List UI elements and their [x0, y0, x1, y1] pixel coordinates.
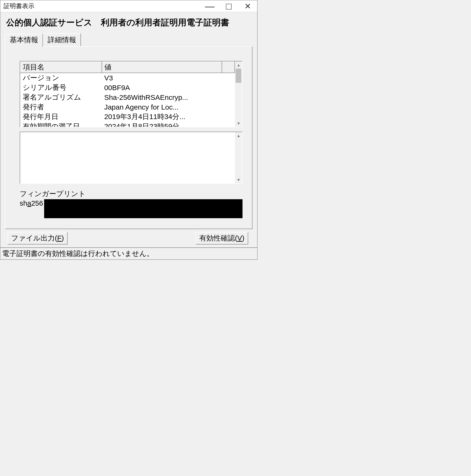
table-row[interactable]: バージョンV3: [20, 73, 235, 83]
content: 公的個人認証サービス 利用者の利用者証明用電子証明書 基本情報 詳細情報 項目名…: [0, 12, 257, 247]
status-bar: 電子証明書の有効性確認は行われていません。: [0, 247, 257, 259]
button-bar: ファイル出力(F) 有効性確認(V): [5, 229, 252, 245]
table-row[interactable]: シリアル番号00BF9A: [20, 83, 235, 92]
column-header-spacer: [222, 62, 235, 73]
minimize-button[interactable]: ―: [200, 0, 219, 12]
scroll-track[interactable]: [235, 68, 242, 120]
table-row[interactable]: 有効期間の満了日2024年1月8日23時59分...: [20, 122, 235, 127]
fingerprint-label: フィンガープリント: [20, 189, 243, 199]
page-title: 公的個人認証サービス 利用者の利用者証明用電子証明書: [5, 17, 252, 29]
scroll-up-icon[interactable]: ▴: [235, 132, 242, 139]
titlebar-controls: ― □ ✕: [200, 0, 257, 12]
tab-basic[interactable]: 基本情報: [5, 34, 43, 47]
column-header-value[interactable]: 値: [102, 62, 222, 73]
fingerprint-hash-label: sha256: [20, 199, 43, 207]
maximize-button[interactable]: □: [219, 0, 238, 12]
scroll-down-icon[interactable]: ▾: [235, 120, 242, 127]
window-title: 証明書表示: [3, 2, 200, 10]
details-textarea[interactable]: ▴ ▾: [20, 132, 243, 184]
details-scrollbar[interactable]: ▴ ▾: [235, 132, 242, 183]
fingerprint-section: フィンガープリント sha256: [20, 189, 243, 218]
scroll-up-icon[interactable]: ▴: [235, 61, 242, 68]
certificate-table[interactable]: 項目名 値 バージョンV3 シリアル番号00BF9A 署名アルゴリズムSha-2…: [20, 61, 235, 127]
scroll-thumb[interactable]: [236, 68, 241, 83]
scroll-track[interactable]: [235, 139, 242, 176]
validity-check-button[interactable]: 有効性確認(V): [195, 232, 248, 244]
close-button[interactable]: ✕: [238, 0, 257, 12]
tabs: 基本情報 詳細情報: [5, 33, 252, 46]
titlebar: 証明書表示 ― □ ✕: [0, 0, 257, 12]
table-scrollbar[interactable]: ▴ ▾: [235, 61, 242, 127]
scroll-down-icon[interactable]: ▾: [235, 176, 242, 183]
tab-detail[interactable]: 詳細情報: [43, 33, 81, 46]
file-output-button[interactable]: ファイル出力(F): [7, 232, 68, 244]
table-row[interactable]: 発行年月日2019年3月4日11時34分...: [20, 112, 235, 122]
tab-panel: 項目名 値 バージョンV3 シリアル番号00BF9A 署名アルゴリズムSha-2…: [5, 46, 252, 229]
certificate-table-wrap: 項目名 値 バージョンV3 シリアル番号00BF9A 署名アルゴリズムSha-2…: [20, 61, 243, 127]
table-row[interactable]: 署名アルゴリズムSha-256WithRSAEncryp...: [20, 92, 235, 102]
fingerprint-value-redacted: [44, 199, 243, 218]
column-header-name[interactable]: 項目名: [20, 62, 102, 73]
table-row[interactable]: 発行者Japan Agency for Loc...: [20, 102, 235, 112]
